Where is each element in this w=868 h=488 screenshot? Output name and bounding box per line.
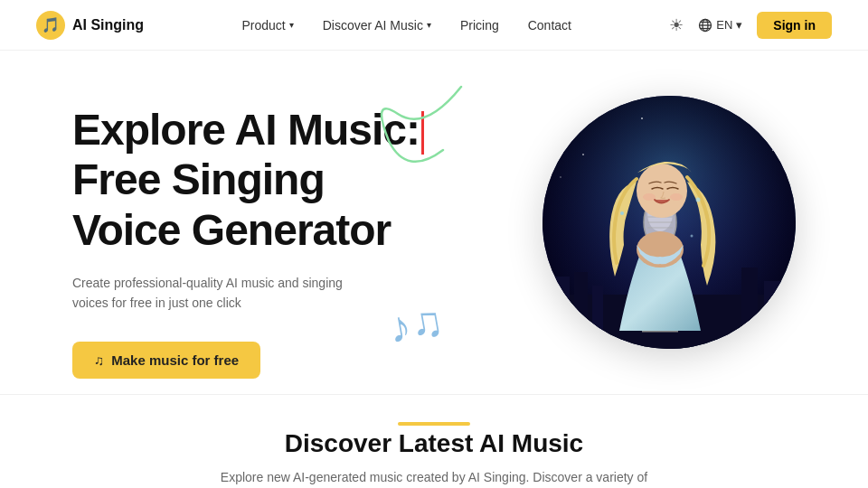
text-cursor (421, 111, 424, 155)
svg-point-9 (641, 117, 643, 119)
svg-point-33 (670, 193, 683, 201)
hero-subtitle: Create professional-quality AI music and… (72, 273, 380, 314)
nav-links: Product ▾ Discover AI Music ▾ Pricing Co… (241, 18, 571, 33)
chevron-down-icon: ▾ (289, 20, 294, 30)
yellow-underline-decoration (398, 422, 470, 426)
svg-rect-21 (779, 290, 796, 349)
logo-icon: 🎵 (36, 11, 65, 40)
hero-image (542, 96, 796, 349)
lang-label: EN (716, 18, 732, 32)
hero-cta-label: Make music for free (111, 352, 239, 368)
logo[interactable]: 🎵 AI Singing (36, 11, 144, 40)
globe-icon (698, 18, 712, 33)
theme-toggle-button[interactable]: ☀ (669, 15, 684, 35)
nav-actions: ☀ EN ▾ Sign in (669, 12, 832, 39)
nav-discover-ai-music[interactable]: Discover AI Music ▾ (323, 18, 431, 33)
svg-point-10 (722, 104, 724, 106)
svg-point-8 (596, 108, 598, 110)
svg-point-35 (696, 198, 701, 202)
nav-product[interactable]: Product ▾ (241, 18, 293, 33)
svg-rect-16 (552, 277, 570, 349)
svg-point-7 (569, 122, 571, 124)
svg-point-11 (759, 127, 760, 128)
svg-rect-20 (764, 281, 782, 349)
singer-illustration (542, 96, 796, 349)
sun-icon: ☀ (669, 15, 684, 35)
hero-content: Explore AI Music: Free Singing Voice Gen… (72, 87, 542, 379)
chevron-down-icon: ▾ (427, 20, 431, 30)
svg-rect-18 (592, 286, 603, 349)
svg-rect-19 (741, 267, 758, 349)
signin-button[interactable]: Sign in (757, 12, 832, 39)
discover-section: Discover Latest AI Music Explore new AI-… (0, 394, 868, 488)
music-note-decoration: ♪♫ (385, 295, 448, 353)
navbar: 🎵 AI Singing Product ▾ Discover AI Music… (0, 0, 868, 51)
lang-chevron-icon: ▾ (736, 18, 742, 32)
nav-pricing[interactable]: Pricing (460, 18, 499, 33)
make-music-button[interactable]: ♫ Make music for free (72, 342, 260, 379)
svg-point-14 (582, 154, 584, 155)
svg-point-13 (560, 176, 561, 178)
music-note-icon: ♫ (94, 352, 104, 368)
logo-text: AI Singing (72, 17, 144, 33)
svg-point-32 (643, 193, 656, 201)
hero-title: Explore AI Music: Free Singing Voice Gen… (72, 105, 542, 255)
svg-point-31 (637, 164, 687, 218)
discover-subtitle: Explore new AI-generated music created b… (217, 467, 651, 488)
svg-point-12 (772, 149, 774, 151)
logo-emoji: 🎵 (42, 16, 60, 33)
svg-point-36 (691, 235, 693, 238)
nav-contact[interactable]: Contact (528, 18, 571, 33)
hero-section: Explore AI Music: Free Singing Voice Gen… (0, 51, 868, 394)
language-selector[interactable]: EN ▾ (698, 18, 742, 33)
svg-rect-17 (574, 272, 588, 349)
discover-title: Discover Latest AI Music (36, 429, 832, 458)
svg-point-34 (620, 211, 624, 215)
